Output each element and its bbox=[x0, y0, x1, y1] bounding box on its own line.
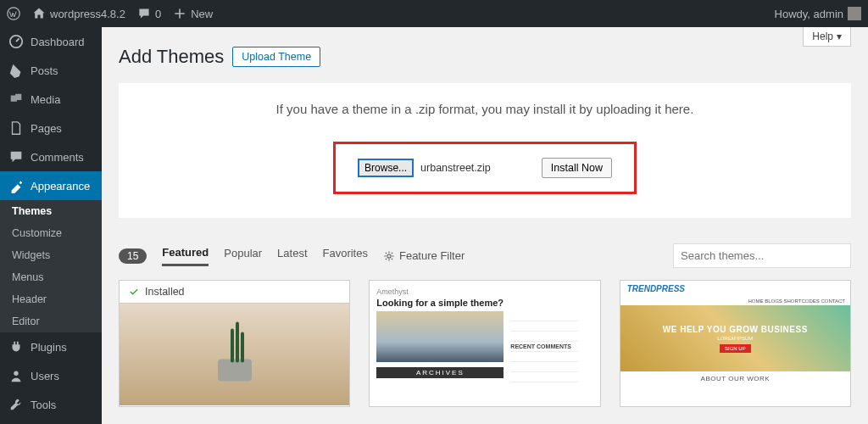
theme-preview-cta: SIGN UP bbox=[720, 344, 751, 353]
theme-thumbnail: Amethyst Looking for a simple theme? ARC… bbox=[370, 281, 599, 389]
theme-card[interactable]: Installed bbox=[119, 280, 350, 407]
theme-preview-section: ABOUT OUR WORK bbox=[620, 371, 850, 386]
theme-preview-headline: Looking for a simple theme? bbox=[376, 298, 593, 308]
submenu-customize[interactable]: Customize bbox=[0, 222, 102, 244]
theme-preview-logo: TRENDPRESS bbox=[620, 281, 850, 297]
sidebar-item-posts[interactable]: Posts bbox=[0, 56, 102, 85]
sidebar-item-label: Tools bbox=[31, 399, 56, 411]
feature-filter-button[interactable]: Feature Filter bbox=[383, 249, 465, 262]
new-content-link[interactable]: New bbox=[173, 7, 213, 20]
admin-toolbar: wordpress4.8.2 0 New Howdy, admin bbox=[0, 0, 868, 27]
chevron-down-icon: ▾ bbox=[837, 31, 842, 42]
submenu-themes[interactable]: Themes bbox=[0, 200, 102, 222]
sidebar-item-label: Media bbox=[31, 93, 60, 106]
sidebar-item-label: Pages bbox=[31, 122, 62, 135]
install-now-button[interactable]: Install Now bbox=[542, 158, 612, 178]
search-themes-input[interactable] bbox=[673, 243, 851, 268]
submenu-editor[interactable]: Editor bbox=[0, 310, 102, 332]
svg-point-7 bbox=[387, 254, 391, 257]
theme-thumbnail: TRENDPRESS HOME BLOGS SHORTCODES CONTACT… bbox=[620, 281, 850, 406]
tab-latest[interactable]: Latest bbox=[277, 247, 307, 265]
comments-link[interactable]: 0 bbox=[137, 7, 161, 20]
sidebar-item-label: Plugins bbox=[31, 341, 67, 354]
theme-card[interactable]: Amethyst Looking for a simple theme? ARC… bbox=[369, 280, 600, 407]
sidebar-item-label: Dashboard bbox=[31, 36, 85, 48]
theme-preview-nav: HOME BLOGS SHORTCODES CONTACT bbox=[620, 297, 850, 305]
theme-thumbnail bbox=[120, 304, 349, 405]
tab-featured[interactable]: Featured bbox=[162, 246, 209, 266]
theme-preview-brand: Amethyst bbox=[376, 287, 593, 296]
help-tab[interactable]: Help▾ bbox=[803, 27, 851, 47]
sidebar-item-media[interactable]: Media bbox=[0, 85, 102, 114]
admin-sidebar: Dashboard Posts Media Pages Comments App… bbox=[0, 27, 102, 424]
feature-filter-label: Feature Filter bbox=[399, 249, 465, 262]
appearance-submenu: Themes Customize Widgets Menus Header Ed… bbox=[0, 200, 102, 332]
theme-count-badge: 15 bbox=[119, 248, 147, 264]
theme-preview-sub: LOREM IPSUM bbox=[717, 336, 753, 341]
sidebar-item-tools[interactable]: Tools bbox=[0, 390, 102, 419]
theme-preview-sidehead: RECENT COMMENTS bbox=[510, 342, 578, 352]
avatar bbox=[848, 7, 861, 20]
sidebar-item-users[interactable]: Users bbox=[0, 361, 102, 390]
theme-preview-hero: WE HELP YOU GROW BUSINESS bbox=[663, 325, 808, 334]
submenu-header[interactable]: Header bbox=[0, 288, 102, 310]
upload-form: Browse... urbanstreet.zip Install Now bbox=[333, 142, 637, 194]
howdy-text: Howdy, admin bbox=[775, 8, 843, 20]
theme-grid: Installed Amethyst Looking for a simple … bbox=[119, 280, 851, 407]
svg-point-0 bbox=[8, 8, 19, 20]
gear-icon bbox=[383, 250, 395, 262]
theme-card[interactable]: TRENDPRESS HOME BLOGS SHORTCODES CONTACT… bbox=[620, 280, 851, 407]
sidebar-item-appearance[interactable]: Appearance bbox=[0, 171, 102, 200]
page-title: Add Themes bbox=[119, 46, 224, 68]
selected-filename: urbanstreet.zip bbox=[420, 162, 491, 174]
upload-theme-button[interactable]: Upload Theme bbox=[232, 47, 320, 67]
sidebar-item-label: Posts bbox=[31, 64, 58, 77]
theme-filter-bar: 15 Featured Popular Latest Favorites Fea… bbox=[119, 243, 851, 268]
wp-logo[interactable] bbox=[7, 7, 20, 20]
sidebar-item-settings[interactable]: Settings bbox=[0, 419, 102, 424]
theme-preview-section: ARCHIVES bbox=[376, 367, 504, 378]
sidebar-item-plugins[interactable]: Plugins bbox=[0, 332, 102, 361]
site-home-link[interactable]: wordpress4.8.2 bbox=[32, 7, 125, 20]
help-label: Help bbox=[812, 31, 833, 42]
main-content: Help▾ Add Themes Upload Theme If you hav… bbox=[102, 27, 868, 424]
sidebar-item-label: Appearance bbox=[31, 180, 90, 192]
tab-favorites[interactable]: Favorites bbox=[323, 247, 368, 265]
site-name: wordpress4.8.2 bbox=[50, 8, 125, 20]
svg-point-2 bbox=[14, 371, 18, 376]
upload-instructions: If you have a theme in a .zip format, yo… bbox=[136, 102, 834, 116]
new-label: New bbox=[191, 8, 213, 20]
installed-label: Installed bbox=[145, 286, 185, 298]
sidebar-item-dashboard[interactable]: Dashboard bbox=[0, 27, 102, 56]
user-menu[interactable]: Howdy, admin bbox=[775, 7, 861, 20]
browse-button[interactable]: Browse... bbox=[358, 159, 414, 177]
check-icon bbox=[128, 286, 140, 298]
sidebar-item-pages[interactable]: Pages bbox=[0, 114, 102, 142]
comments-count: 0 bbox=[155, 8, 161, 20]
sidebar-item-label: Comments bbox=[31, 151, 84, 164]
upload-panel: If you have a theme in a .zip format, yo… bbox=[119, 83, 851, 218]
submenu-widgets[interactable]: Widgets bbox=[0, 244, 102, 266]
submenu-menus[interactable]: Menus bbox=[0, 266, 102, 288]
sidebar-item-label: Users bbox=[31, 370, 59, 382]
sidebar-item-comments[interactable]: Comments bbox=[0, 142, 102, 171]
installed-badge: Installed bbox=[120, 281, 349, 304]
tab-popular[interactable]: Popular bbox=[224, 247, 262, 265]
